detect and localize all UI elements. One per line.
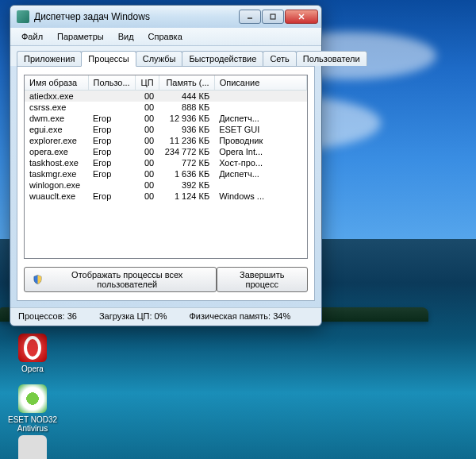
button-label: Отображать процессы всех пользователей — [47, 270, 208, 289]
tab-networking[interactable]: Сеть — [263, 51, 296, 66]
status-cpu: Загрузка ЦП: 0% — [99, 311, 167, 321]
cell-cpu: 00 — [135, 146, 159, 157]
col-cpu[interactable]: ЦП — [135, 75, 159, 91]
cell-name: taskmgr.exe — [25, 168, 88, 179]
cell-mem: 234 772 КБ — [159, 146, 214, 157]
cell-desc: Диспетч... — [214, 113, 306, 124]
tab-services[interactable]: Службы — [136, 51, 183, 66]
cell-desc — [214, 91, 306, 102]
status-processes: Процессов: 36 — [18, 311, 77, 321]
tab-applications[interactable]: Приложения — [17, 51, 82, 66]
cell-name: winlogon.exe — [25, 179, 88, 191]
cell-desc: Opera Int... — [214, 146, 306, 157]
table-row[interactable]: explorer.exeЕгор0011 236 КБПроводник — [25, 135, 307, 146]
cell-name: opera.exe — [25, 146, 88, 157]
cell-name: egui.exe — [25, 124, 88, 135]
cell-user: Егор — [88, 146, 135, 157]
cell-desc: Windows ... — [214, 191, 306, 202]
table-row[interactable]: opera.exeЕгор00234 772 КБOpera Int... — [25, 146, 307, 157]
cell-mem: 1 124 КБ — [159, 191, 214, 202]
end-process-button[interactable]: Завершить процесс — [217, 267, 308, 292]
task-manager-window: Диспетчер задач Windows Файл Параметры В… — [10, 5, 322, 326]
cell-mem: 444 КБ — [159, 91, 214, 102]
cell-user: Егор — [88, 168, 135, 179]
cell-name: wuauclt.exe — [25, 191, 88, 202]
cell-cpu: 00 — [135, 124, 159, 135]
tab-users[interactable]: Пользователи — [296, 51, 367, 66]
cell-user — [88, 179, 135, 191]
cell-user — [88, 102, 135, 113]
minimize-button[interactable] — [239, 10, 261, 24]
eset-icon — [18, 384, 47, 413]
cell-mem: 392 КБ — [159, 179, 214, 191]
unknown-icon — [18, 435, 47, 459]
menu-options[interactable]: Параметры — [51, 30, 110, 43]
desktop-icon-label: Opera — [5, 364, 60, 373]
cell-mem: 888 КБ — [159, 102, 214, 113]
opera-icon — [18, 334, 47, 362]
table-row[interactable]: wuauclt.exeЕгор001 124 КБWindows ... — [25, 191, 307, 202]
status-memory: Физическая память: 34% — [189, 311, 290, 321]
col-description[interactable]: Описание — [214, 75, 306, 91]
cell-user: Егор — [88, 157, 135, 168]
table-row[interactable]: csrss.exe00888 КБ — [25, 102, 307, 113]
process-table-wrap: Имя образа Пользо... ЦП Память (... Опис… — [24, 75, 308, 259]
cell-user: Егор — [88, 124, 135, 135]
tab-performance[interactable]: Быстродействие — [182, 51, 263, 66]
cell-mem: 1 636 КБ — [159, 168, 214, 179]
maximize-button[interactable] — [262, 10, 284, 24]
window-title: Диспетчер задач Windows — [34, 11, 238, 22]
svg-rect-1 — [271, 14, 275, 19]
table-row[interactable]: taskhost.exeЕгор00772 КБХост-про... — [25, 157, 307, 168]
process-table: Имя образа Пользо... ЦП Память (... Опис… — [25, 75, 307, 202]
cell-desc — [214, 102, 306, 113]
menu-view[interactable]: Вид — [112, 30, 140, 43]
statusbar: Процессов: 36 Загрузка ЦП: 0% Физическая… — [10, 307, 321, 326]
cell-cpu: 00 — [135, 179, 159, 191]
cell-name: dwm.exe — [25, 113, 88, 124]
desktop-icon-opera[interactable]: Opera — [5, 334, 60, 373]
menu-help[interactable]: Справка — [142, 30, 189, 43]
cell-cpu: 00 — [135, 91, 159, 102]
cell-mem: 11 236 КБ — [159, 135, 214, 146]
show-all-users-button[interactable]: Отображать процессы всех пользователей — [24, 267, 217, 292]
cell-user: Егор — [88, 191, 135, 202]
table-row[interactable]: winlogon.exe00392 КБ — [25, 179, 307, 191]
cell-desc — [214, 179, 306, 191]
desktop-icon-label: ESET NOD32 Antivirus — [5, 415, 60, 433]
cell-cpu: 00 — [135, 191, 159, 202]
cell-name: csrss.exe — [25, 102, 88, 113]
button-label: Завершить процесс — [225, 270, 299, 289]
menubar: Файл Параметры Вид Справка — [10, 28, 321, 46]
col-memory[interactable]: Память (... — [159, 75, 214, 91]
cell-desc: Проводник — [214, 135, 306, 146]
cell-desc: Хост-про... — [214, 157, 306, 168]
tab-processes[interactable]: Процессы — [81, 51, 136, 67]
cell-name: explorer.exe — [25, 135, 88, 146]
cell-mem: 12 936 КБ — [159, 113, 214, 124]
cell-name: taskhost.exe — [25, 157, 88, 168]
cell-cpu: 00 — [135, 102, 159, 113]
table-row[interactable]: atiedxx.exe00444 КБ — [25, 91, 307, 102]
close-button[interactable] — [285, 10, 318, 24]
cell-mem: 772 КБ — [159, 157, 214, 168]
desktop-icon-eset[interactable]: ESET NOD32 Antivirus — [5, 384, 60, 433]
titlebar[interactable]: Диспетчер задач Windows — [10, 6, 321, 28]
shield-icon — [33, 274, 43, 285]
cell-user — [88, 91, 135, 102]
table-row[interactable]: dwm.exeЕгор0012 936 КБДиспетч... — [25, 113, 307, 124]
desktop-icon-unknown[interactable] — [5, 435, 60, 459]
cell-cpu: 00 — [135, 157, 159, 168]
cell-desc: ESET GUI — [214, 124, 306, 135]
cell-user: Егор — [88, 135, 135, 146]
col-user[interactable]: Пользо... — [88, 75, 135, 91]
col-image-name[interactable]: Имя образа — [25, 75, 88, 91]
tabbar: Приложения Процессы Службы Быстродействи… — [10, 46, 321, 66]
cell-cpu: 00 — [135, 113, 159, 124]
menu-file[interactable]: Файл — [15, 30, 49, 43]
table-row[interactable]: taskmgr.exeЕгор001 636 КБДиспетч... — [25, 168, 307, 179]
cell-user: Егор — [88, 113, 135, 124]
cell-desc: Диспетч... — [214, 168, 306, 179]
table-row[interactable]: egui.exeЕгор00936 КБESET GUI — [25, 124, 307, 135]
cell-mem: 936 КБ — [159, 124, 214, 135]
